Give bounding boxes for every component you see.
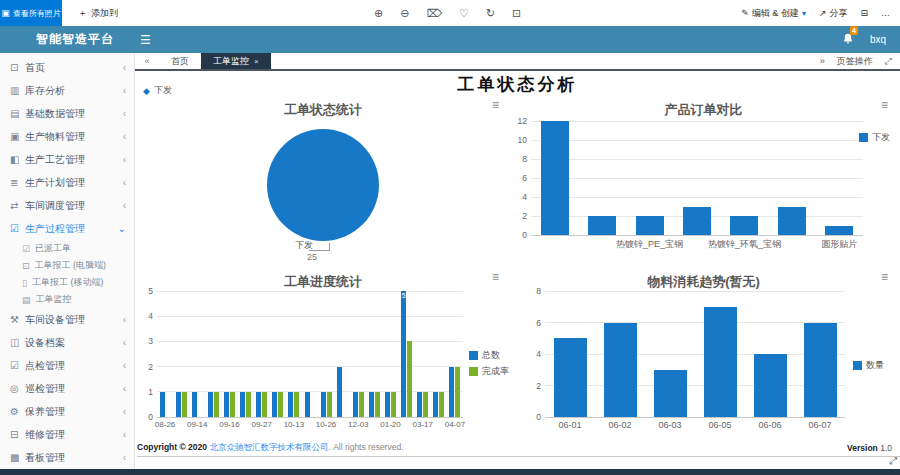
bar[interactable] xyxy=(208,392,213,417)
bar[interactable] xyxy=(417,392,422,417)
bar[interactable] xyxy=(240,392,245,417)
sidebar-subitem-mobile-report[interactable]: ▯工单报工 (移动端) xyxy=(0,274,134,291)
bar[interactable] xyxy=(182,392,187,417)
sidebar-item-dispatch[interactable]: ⇄车间调度管理‹ xyxy=(0,194,134,217)
chart-menu-icon[interactable]: ≡ xyxy=(881,270,888,284)
bar[interactable] xyxy=(262,392,267,417)
share-button[interactable]: ↗ 分享 xyxy=(819,7,848,20)
bar[interactable] xyxy=(391,392,396,417)
bar[interactable] xyxy=(294,392,299,417)
bar[interactable] xyxy=(288,392,293,417)
more-icon[interactable]: … xyxy=(881,8,890,18)
bar[interactable] xyxy=(214,392,219,417)
sidebar-item-inventory-chart[interactable]: ▥库存分析‹ xyxy=(0,79,134,102)
chart-menu-icon[interactable]: ≡ xyxy=(492,270,499,284)
sidebar-item-material-box[interactable]: ▣生产物料管理‹ xyxy=(0,125,134,148)
sidebar-item-device-archive[interactable]: ◫设备档案‹ xyxy=(0,331,134,354)
sidebar-item-home-monitor[interactable]: ⊡首页‹ xyxy=(0,56,134,79)
sidebar-item-repair[interactable]: ⊟维修管理‹ xyxy=(0,423,134,446)
bar[interactable] xyxy=(825,226,853,236)
sidebar-subitem-order-monitor[interactable]: ▤工单监控 xyxy=(0,291,134,308)
sidebar-toggle-icon[interactable]: ☰ xyxy=(140,33,151,47)
bar[interactable] xyxy=(554,338,587,417)
edit-create-button[interactable]: ✎ 编辑 & 创建 ▾ xyxy=(741,7,806,20)
bar[interactable] xyxy=(588,216,616,235)
bar[interactable] xyxy=(754,354,787,417)
crop-icon[interactable]: ⊡ xyxy=(512,7,521,20)
fullscreen-icon[interactable]: ⤢ xyxy=(885,56,892,67)
zoom-out-icon[interactable]: ⊖ xyxy=(400,7,409,20)
bar[interactable] xyxy=(654,370,687,417)
bar[interactable] xyxy=(407,341,412,417)
bar[interactable] xyxy=(176,392,181,417)
sidebar-item-kanban[interactable]: ▩看板管理‹ xyxy=(0,446,134,469)
sidebar-item-plan-file[interactable]: ≣生产计划管理‹ xyxy=(0,171,134,194)
view-all-photos-button[interactable]: ▣ 查看所有照片 xyxy=(0,0,62,26)
sidebar-item-spot-check[interactable]: ☑点检管理‹ xyxy=(0,354,134,377)
tab-item[interactable]: 首页 xyxy=(159,53,201,69)
bar[interactable] xyxy=(359,392,364,417)
sidebar-subitem-pc-report[interactable]: ⊡工单报工 (电脑端) xyxy=(0,257,134,274)
legend-item[interactable]: 下发 xyxy=(859,131,890,144)
bar[interactable] xyxy=(541,121,569,235)
company-link[interactable]: 北京众驰智汇数字技术有限公司 xyxy=(209,442,328,452)
print-icon[interactable]: ⊟ xyxy=(860,8,868,18)
add-to-button[interactable]: ＋ 添加到 xyxy=(78,7,118,20)
username[interactable]: bxq xyxy=(870,34,886,45)
bar[interactable] xyxy=(160,392,165,417)
bar[interactable] xyxy=(321,392,326,417)
bar[interactable] xyxy=(375,392,380,417)
rotate-icon[interactable]: ↻ xyxy=(486,7,495,20)
tab-active[interactable]: 工单监控× xyxy=(201,53,271,69)
close-tab-icon[interactable]: × xyxy=(254,57,259,66)
legend-item[interactable]: 完成率 xyxy=(469,365,509,378)
bar[interactable] xyxy=(683,207,711,236)
bar[interactable] xyxy=(604,323,637,418)
bar[interactable] xyxy=(337,367,342,417)
bar[interactable] xyxy=(272,392,277,417)
bar[interactable] xyxy=(423,392,428,417)
chart-menu-icon[interactable]: ≡ xyxy=(492,98,499,112)
legend-item[interactable]: 数量 xyxy=(853,359,884,372)
resize-handle-icon[interactable]: ⤢ xyxy=(889,455,897,467)
bar[interactable] xyxy=(730,216,758,235)
legend-item[interactable]: 总数 xyxy=(469,349,509,362)
bar[interactable]: 5 xyxy=(401,291,406,417)
base-data-icon: ▤ xyxy=(10,108,25,119)
bar[interactable] xyxy=(449,367,454,417)
sidebar-subitem-dispatched-order[interactable]: ☑已派工单 xyxy=(0,240,134,257)
chart-menu-icon[interactable]: ≡ xyxy=(881,98,888,112)
bar[interactable] xyxy=(246,392,251,417)
favorite-icon[interactable]: ♡ xyxy=(459,7,469,20)
sidebar-item-base-data[interactable]: ▤基础数据管理‹ xyxy=(0,102,134,125)
delete-icon[interactable]: ⌦ xyxy=(426,7,442,20)
bar[interactable] xyxy=(256,392,261,417)
tab-operations-button[interactable]: 页签操作 xyxy=(837,55,873,68)
bar[interactable] xyxy=(804,323,837,418)
bar[interactable] xyxy=(704,307,737,417)
bar[interactable] xyxy=(353,392,358,417)
bar[interactable] xyxy=(230,392,235,417)
bar[interactable] xyxy=(305,392,310,417)
bar[interactable] xyxy=(278,392,283,417)
bar[interactable] xyxy=(385,392,390,417)
sidebar-item-process-calendar[interactable]: ☑生产过程管理⌄ xyxy=(0,217,134,240)
bar[interactable] xyxy=(369,392,374,417)
sidebar-item-maintain-gear[interactable]: ⚙保养管理‹ xyxy=(0,400,134,423)
tabs-scroll-right-icon[interactable]: » xyxy=(820,56,825,66)
bar[interactable] xyxy=(327,392,332,417)
bar[interactable] xyxy=(433,392,438,417)
tabs-scroll-left-icon[interactable]: « xyxy=(135,53,159,69)
sidebar-item-equipment-wrench[interactable]: ⚒车间设备管理‹ xyxy=(0,308,134,331)
bar[interactable] xyxy=(778,207,806,236)
pie-slice[interactable] xyxy=(267,129,379,241)
bar[interactable] xyxy=(636,216,664,235)
bar[interactable] xyxy=(224,392,229,417)
zoom-in-icon[interactable]: ⊕ xyxy=(374,7,383,20)
bar[interactable] xyxy=(439,392,444,417)
sidebar-item-craft-factory[interactable]: ◧生产工艺管理‹ xyxy=(0,148,134,171)
sidebar-item-patrol-binoculars[interactable]: ◎巡检管理‹ xyxy=(0,377,134,400)
bar[interactable] xyxy=(455,367,460,417)
notifications-button[interactable]: 4 xyxy=(842,31,854,49)
bar[interactable] xyxy=(192,392,197,417)
